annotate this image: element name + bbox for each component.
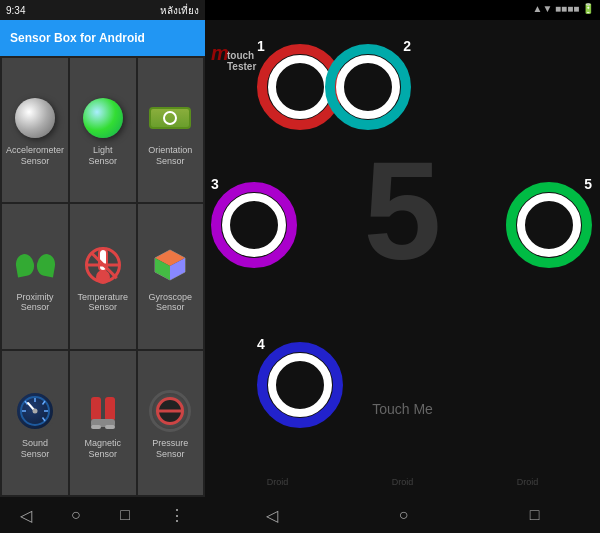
watermark-1: Droid (267, 477, 289, 487)
sensor-item-pressure[interactable]: PressureSensor (138, 351, 203, 495)
status-bar: 9:34 หลังเที่ยง (0, 0, 205, 20)
sensor-item-temperature[interactable]: TemperatureSensor (70, 204, 135, 348)
status-time: 9:34 (6, 5, 25, 16)
svg-point-31 (272, 357, 328, 413)
right-status-bar: ▲▼ ■■■■ 🔋 (205, 0, 600, 20)
sensor-item-magnetic[interactable]: MagneticSensor (70, 351, 135, 495)
svg-point-27 (226, 197, 282, 253)
magnetic-icon (80, 388, 126, 434)
sensor-item-light[interactable]: LightSensor (70, 58, 135, 202)
right-panel: ▲▼ ■■■■ 🔋 5 m touchTester 1 2 (205, 0, 600, 533)
accelerometer-label: AccelerometerSensor (6, 145, 64, 167)
pressure-label: PressureSensor (152, 438, 188, 460)
svg-rect-18 (105, 397, 115, 421)
temperature-label: TemperatureSensor (78, 292, 129, 314)
svg-rect-21 (105, 425, 115, 429)
right-status-icons: ▲▼ ■■■■ 🔋 (532, 3, 594, 17)
sound-label: SoundSensor (21, 438, 50, 460)
recents-button[interactable]: □ (120, 506, 130, 524)
svg-point-29 (521, 197, 577, 253)
app-title-bar: Sensor Box for Android (0, 20, 205, 56)
right-home-button[interactable]: ○ (399, 506, 409, 524)
logo-touch: touchTester (227, 50, 256, 72)
svg-rect-20 (91, 425, 101, 429)
circle-2[interactable]: 2 (323, 42, 413, 132)
right-recents-button[interactable]: □ (530, 506, 540, 524)
sensor-item-sound[interactable]: SoundSensor (2, 351, 68, 495)
status-carrier: หลังเที่ยง (160, 3, 199, 18)
svg-point-23 (272, 59, 328, 115)
sensor-grid: AccelerometerSensor LightSensor Orientat… (0, 56, 205, 497)
pressure-icon (147, 388, 193, 434)
circle-4[interactable]: 4 (255, 340, 345, 430)
gyroscope-icon (147, 242, 193, 288)
svg-point-16 (33, 409, 38, 414)
circle-4-number: 4 (257, 336, 265, 352)
temperature-icon (80, 242, 126, 288)
orientation-label: OrientationSensor (148, 145, 192, 167)
touch-area[interactable]: 5 m touchTester 1 2 3 (205, 20, 600, 497)
accelerometer-icon (12, 95, 58, 141)
svg-point-25 (340, 59, 396, 115)
circle-1-number: 1 (257, 38, 265, 54)
sensor-item-orientation[interactable]: OrientationSensor (138, 58, 203, 202)
circle-5[interactable]: 5 (504, 180, 594, 270)
gyroscope-label: GyroscopeSensor (148, 292, 192, 314)
left-panel: 9:34 หลังเที่ยง Sensor Box for Android A… (0, 0, 205, 533)
left-nav-bar: ◁ ○ □ ⋮ (0, 497, 205, 533)
sensor-item-proximity[interactable]: ProximitySensor (2, 204, 68, 348)
watermark-3: Droid (517, 477, 539, 487)
svg-line-12 (43, 418, 46, 422)
light-icon (80, 95, 126, 141)
svg-rect-17 (91, 397, 101, 421)
circle-2-number: 2 (403, 38, 411, 54)
home-button[interactable]: ○ (71, 506, 81, 524)
background-number: 5 (364, 130, 442, 292)
back-button[interactable]: ◁ (20, 506, 32, 525)
proximity-icon (12, 242, 58, 288)
sound-icon (12, 388, 58, 434)
watermark-2: Droid (392, 477, 414, 487)
sensor-item-accelerometer[interactable]: AccelerometerSensor (2, 58, 68, 202)
light-label: LightSensor (89, 145, 118, 167)
svg-line-10 (43, 401, 46, 405)
circle-3-number: 3 (211, 176, 219, 192)
circle-5-number: 5 (584, 176, 592, 192)
circle-3[interactable]: 3 (209, 180, 299, 270)
sensor-item-gyroscope[interactable]: GyroscopeSensor (138, 204, 203, 348)
menu-button[interactable]: ⋮ (169, 506, 185, 525)
right-nav-bar: ◁ ○ □ (205, 497, 600, 533)
watermark-area: Droid Droid Droid (205, 477, 600, 487)
magnetic-label: MagneticSensor (85, 438, 122, 460)
right-back-button[interactable]: ◁ (266, 506, 278, 525)
proximity-label: ProximitySensor (17, 292, 54, 314)
app-title: Sensor Box for Android (10, 31, 145, 45)
orientation-icon (147, 95, 193, 141)
